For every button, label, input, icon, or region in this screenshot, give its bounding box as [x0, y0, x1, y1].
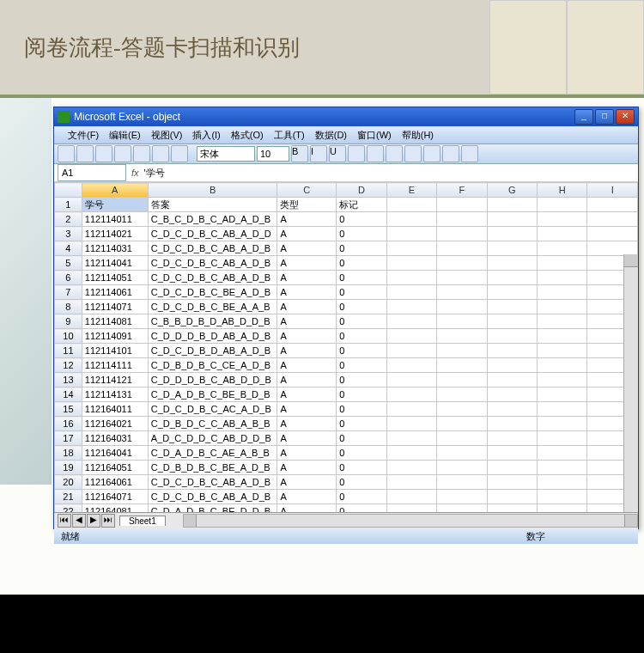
cell[interactable]: 112114131 — [82, 388, 148, 402]
tab-prev-icon[interactable]: ◀ — [72, 514, 86, 528]
cell[interactable] — [386, 388, 436, 402]
row-header[interactable]: 12 — [55, 358, 82, 373]
cell[interactable] — [437, 212, 487, 227]
cell[interactable]: 0 — [337, 329, 386, 344]
cell[interactable]: 112114021 — [82, 227, 148, 241]
cell[interactable]: 0 — [337, 358, 386, 373]
cell[interactable]: A — [277, 344, 337, 358]
cell[interactable] — [437, 504, 487, 513]
fontcolor-button[interactable] — [461, 145, 478, 162]
cell[interactable] — [538, 285, 587, 300]
cell[interactable] — [386, 504, 436, 513]
formula-input[interactable]: '学号 — [144, 167, 165, 180]
cell[interactable]: 112114051 — [82, 271, 148, 285]
row-header[interactable]: 20 — [55, 475, 82, 490]
cell[interactable]: C_D_C_D_B_C_AB_A_D_B — [148, 256, 277, 271]
tab-first-icon[interactable]: ⏮ — [58, 514, 71, 528]
cell[interactable] — [437, 461, 487, 475]
cell[interactable]: C_D_C_D_B_C_AB_A_D_B — [148, 475, 277, 490]
cell[interactable] — [437, 344, 487, 358]
cell[interactable] — [437, 256, 487, 271]
cell[interactable]: 学号 — [82, 198, 148, 212]
row-header[interactable]: 4 — [55, 241, 82, 256]
menu-help[interactable]: 帮助(H) — [397, 129, 439, 142]
cell[interactable]: A — [277, 431, 337, 446]
new-button[interactable] — [58, 145, 75, 162]
cell[interactable]: 112114031 — [82, 241, 148, 256]
cell[interactable] — [587, 241, 638, 256]
cell[interactable] — [437, 271, 487, 285]
cell[interactable]: 112114071 — [82, 300, 148, 314]
cell[interactable]: A — [277, 227, 337, 241]
menu-tools[interactable]: 工具(T) — [269, 129, 310, 142]
cell[interactable]: 0 — [337, 227, 386, 241]
cell[interactable]: A — [277, 256, 337, 271]
cell[interactable] — [437, 314, 487, 329]
cell[interactable]: A — [277, 358, 337, 373]
minimize-button[interactable]: _ — [574, 109, 593, 125]
cell[interactable] — [538, 241, 587, 256]
cell[interactable] — [437, 402, 487, 417]
cell[interactable] — [386, 256, 436, 271]
close-button[interactable]: ✕ — [616, 109, 635, 125]
cell[interactable]: C_B_C_D_B_C_AD_A_D_B — [148, 212, 277, 227]
cell[interactable]: 类型 — [277, 198, 337, 212]
cell[interactable]: C_D_A_D_B_C_AE_A_B_B — [148, 446, 277, 461]
cell[interactable] — [386, 344, 436, 358]
cell[interactable]: A — [277, 461, 337, 475]
col-header-G[interactable]: G — [487, 183, 537, 198]
col-header-A[interactable]: A — [82, 183, 148, 198]
font-selector[interactable]: 宋体 — [197, 146, 255, 162]
cell[interactable]: C_D_A_D_B_C_BE_D_D_B — [148, 504, 277, 513]
cell[interactable] — [487, 344, 537, 358]
cell[interactable]: 112114121 — [82, 373, 148, 388]
cell[interactable] — [386, 314, 436, 329]
paste-button[interactable] — [171, 145, 188, 162]
cell[interactable] — [437, 329, 487, 344]
cell[interactable]: C_D_C_D_B_C_AB_A_D_D — [148, 227, 277, 241]
cell[interactable] — [487, 446, 537, 461]
cell[interactable]: 0 — [337, 431, 386, 446]
cell[interactable]: A — [277, 475, 337, 490]
cell[interactable] — [437, 446, 487, 461]
cell[interactable]: C_D_B_D_B_C_BE_A_D_B — [148, 461, 277, 475]
cell[interactable] — [487, 504, 537, 513]
fillcolor-button[interactable] — [442, 145, 459, 162]
save-button[interactable] — [95, 145, 112, 162]
cell[interactable]: 0 — [337, 314, 386, 329]
cell[interactable] — [437, 198, 487, 212]
row-header[interactable]: 18 — [55, 446, 82, 461]
open-button[interactable] — [76, 145, 94, 162]
cell[interactable] — [487, 271, 537, 285]
cell[interactable]: 112114011 — [82, 212, 148, 227]
cell[interactable]: A — [277, 446, 337, 461]
cell[interactable] — [437, 285, 487, 300]
cell[interactable] — [386, 227, 436, 241]
cell[interactable] — [386, 475, 436, 490]
row-header[interactable]: 16 — [55, 417, 82, 431]
cell[interactable] — [437, 417, 487, 431]
cell[interactable] — [487, 227, 537, 241]
cell[interactable]: C_D_B_D_C_C_AB_A_B_B — [148, 417, 277, 431]
cell[interactable] — [437, 358, 487, 373]
cell[interactable]: A — [277, 300, 337, 314]
cell[interactable]: A_D_C_D_D_C_AB_D_D_B — [148, 431, 277, 446]
cell[interactable]: 0 — [337, 504, 386, 513]
cell[interactable] — [538, 198, 587, 212]
cell[interactable]: 112114091 — [82, 329, 148, 344]
row-header[interactable]: 14 — [55, 388, 82, 402]
col-header-E[interactable]: E — [386, 183, 436, 198]
cell[interactable]: A — [277, 402, 337, 417]
cell[interactable] — [437, 227, 487, 241]
cell[interactable] — [386, 212, 436, 227]
cell[interactable] — [386, 285, 436, 300]
bold-button[interactable]: B — [291, 145, 308, 162]
sheet-tab[interactable]: Sheet1 — [119, 516, 166, 526]
row-header[interactable]: 5 — [55, 256, 82, 271]
col-header-B[interactable]: B — [148, 183, 277, 198]
copy-button[interactable] — [152, 145, 169, 162]
cell[interactable]: 112164011 — [82, 402, 148, 417]
cell[interactable] — [538, 461, 587, 475]
align-center-button[interactable] — [367, 145, 384, 162]
cell[interactable] — [386, 300, 436, 314]
